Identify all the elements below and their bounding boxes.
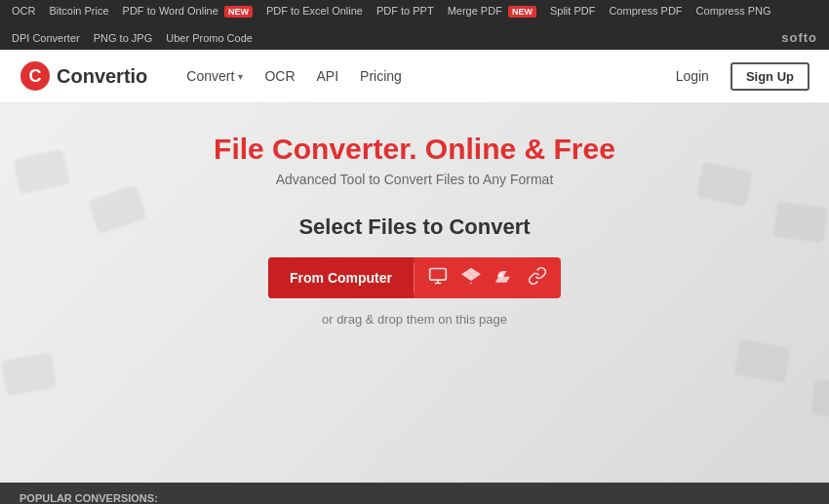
- nav-pricing[interactable]: Pricing: [360, 68, 402, 84]
- toolbar-link-compress-pdf[interactable]: Compress PDF: [609, 5, 682, 17]
- header: C Convertio Convert ▾ OCR API Pricing Lo…: [0, 50, 829, 103]
- nav-ocr[interactable]: OCR: [264, 68, 295, 84]
- merge-pdf-label: Merge PDF: [448, 5, 502, 17]
- popular-conversions-label: POPULAR CONVERSIONS:: [20, 492, 158, 504]
- main-nav: Convert ▾ OCR API Pricing: [186, 68, 665, 84]
- new-badge: NEW: [224, 6, 253, 18]
- toolbar-link-compress-png[interactable]: Compress PNG: [696, 5, 771, 17]
- main-content: File Converter. Online & Free Advanced T…: [0, 103, 829, 483]
- toolbar-link-uber[interactable]: Uber Promo Code: [166, 32, 253, 44]
- svg-rect-8: [1, 352, 57, 396]
- header-actions: Login Sign Up: [666, 62, 809, 91]
- dropbox-icon[interactable]: [461, 266, 481, 291]
- svg-rect-10: [811, 379, 829, 419]
- logo[interactable]: C Convertio: [20, 60, 147, 92]
- logo-icon: C: [20, 60, 51, 92]
- toolbar-link-pdf-excel[interactable]: PDF to Excel Online: [266, 5, 363, 17]
- hero-section: File Converter. Online & Free Advanced T…: [0, 103, 829, 483]
- login-button[interactable]: Login: [666, 62, 719, 90]
- pdf-word-label: PDF to Word Online: [123, 5, 218, 17]
- toolbar-link-split-pdf[interactable]: Split PDF: [550, 5, 595, 17]
- computer-icon[interactable]: [428, 266, 448, 291]
- top-toolbar: OCR Bitcoin Price PDF to Word Online NEW…: [0, 0, 829, 50]
- toolbar-link-pdf-ppt[interactable]: PDF to PPT: [376, 5, 434, 17]
- svg-rect-13: [430, 268, 447, 280]
- toolbar-link-merge-pdf[interactable]: Merge PDF NEW: [448, 5, 536, 17]
- footer: POPULAR CONVERSIONS: PDF to JPG PDF to D…: [0, 483, 829, 504]
- svg-rect-9: [734, 339, 790, 383]
- upload-icons: [414, 266, 561, 291]
- svg-text:C: C: [29, 66, 42, 86]
- upload-bar[interactable]: From Computer: [268, 257, 561, 298]
- new-badge-2: NEW: [508, 6, 536, 18]
- from-computer-button[interactable]: From Computer: [268, 257, 414, 298]
- link-icon[interactable]: [528, 266, 547, 291]
- nav-api[interactable]: API: [317, 68, 339, 84]
- google-drive-icon[interactable]: [494, 266, 514, 291]
- hero-subtitle: Advanced Tool to Convert Files to Any Fo…: [20, 172, 809, 187]
- toolbar-link-png-jpg[interactable]: PNG to JPG: [94, 32, 153, 44]
- chevron-down-icon: ▾: [238, 71, 243, 82]
- toolbar-link-bitcoin[interactable]: Bitcoin Price: [49, 5, 108, 17]
- softo-logo: softo: [781, 30, 817, 45]
- signup-button[interactable]: Sign Up: [730, 62, 809, 91]
- logo-text: Convertio: [57, 65, 147, 88]
- toolbar-link-ocr[interactable]: OCR: [12, 5, 35, 17]
- svg-point-20: [470, 282, 472, 284]
- nav-convert[interactable]: Convert ▾: [186, 68, 243, 84]
- toolbar-link-dpi[interactable]: DPI Converter: [12, 32, 80, 44]
- hero-title: File Converter. Online & Free: [20, 133, 809, 166]
- drag-drop-text: or drag & drop them on this page: [20, 312, 809, 327]
- select-files-label: Select Files to Convert: [20, 214, 809, 240]
- toolbar-link-pdf-word[interactable]: PDF to Word Online NEW: [123, 5, 253, 17]
